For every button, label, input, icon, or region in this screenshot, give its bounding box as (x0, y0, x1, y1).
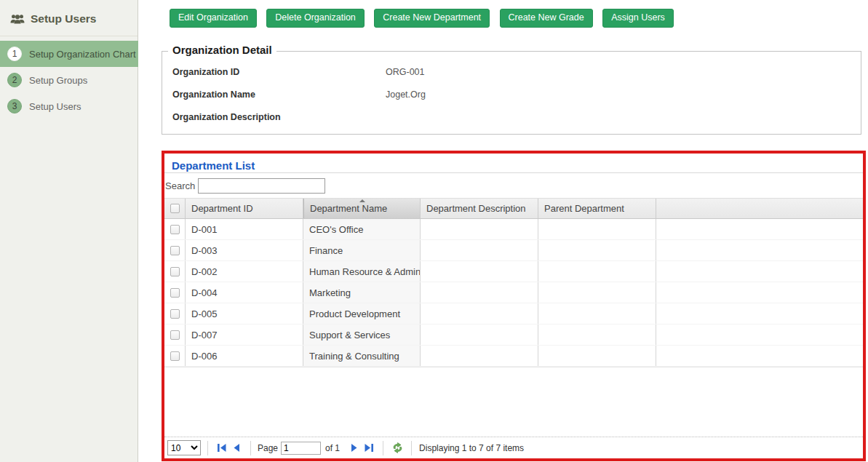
parent-department-cell (538, 219, 656, 239)
parent-department-cell (538, 303, 656, 324)
sidebar-item-label: Setup Groups (29, 75, 87, 86)
create-new-department-button[interactable]: Create New Department (374, 9, 490, 28)
toolbar: Edit Organization Delete Organization Cr… (170, 9, 680, 28)
page-of-label: of 1 (325, 443, 340, 453)
refresh-icon[interactable] (390, 441, 405, 455)
empty-cell (656, 240, 863, 260)
table-row[interactable]: D-005 Product Development (164, 303, 863, 324)
organization-description-row: Organization Description (162, 105, 861, 128)
table-row[interactable]: D-007 Support & Services (164, 324, 863, 346)
row-checkbox[interactable] (170, 351, 180, 361)
department-description-cell (421, 346, 538, 366)
department-name-cell: Training & Consulting (303, 346, 421, 366)
parent-department-cell (538, 240, 656, 260)
table-row[interactable]: D-001 CEO's Office (164, 219, 863, 240)
department-id-cell: D-006 (186, 346, 303, 366)
empty-cell (656, 219, 863, 239)
parent-department-cell (538, 261, 656, 282)
divider (411, 441, 412, 455)
sidebar-item-label: Setup Users (29, 101, 81, 112)
department-id-cell: D-004 (186, 282, 303, 303)
table-body: D-001 CEO's Office D-003 Finance D-002 H… (164, 219, 863, 367)
table-header-row: Department ID Department Name Department… (164, 198, 863, 219)
row-checkbox[interactable] (170, 225, 180, 234)
row-checkbox[interactable] (170, 288, 180, 298)
table-row[interactable]: D-002 Human Resource & Admin (164, 261, 863, 282)
divider (207, 441, 208, 455)
department-id-cell: D-002 (186, 261, 303, 282)
sidebar-item-setup-users[interactable]: 3 Setup Users (0, 93, 138, 119)
create-new-grade-button[interactable]: Create New Grade (500, 9, 593, 28)
assign-users-button[interactable]: Assign Users (602, 9, 674, 28)
last-page-icon[interactable] (362, 441, 376, 455)
column-header-department-name[interactable]: Department Name (303, 199, 421, 218)
sidebar-header: Setup Users (0, 0, 138, 36)
organization-id-row: Organization ID ORG-001 (162, 60, 861, 83)
table-row[interactable]: D-003 Finance (164, 240, 863, 261)
organization-description-label: Organization Description (172, 112, 386, 122)
department-id-cell: D-007 (186, 324, 303, 345)
column-header-empty (656, 199, 863, 218)
select-all-cell (164, 199, 186, 218)
organization-detail-panel: Organization Detail Organization ID ORG-… (162, 51, 861, 135)
organization-name-row: Organization Name Joget.Org (162, 83, 861, 105)
parent-department-cell (538, 324, 656, 345)
table-row[interactable]: D-006 Training & Consulting (164, 346, 863, 367)
row-checkbox[interactable] (170, 309, 180, 319)
department-name-cell: Product Development (303, 303, 421, 324)
department-name-cell: Marketing (303, 282, 421, 303)
organization-name-value: Joget.Org (386, 89, 426, 100)
department-description-cell (421, 282, 538, 303)
column-header-department-id[interactable]: Department ID (186, 199, 303, 218)
next-page-icon[interactable] (347, 441, 362, 455)
search-label: Search (165, 180, 195, 191)
organization-id-label: Organization ID (172, 67, 386, 77)
row-checkbox[interactable] (170, 246, 180, 255)
pagination-bar: 10 Page of 1 (164, 437, 863, 458)
step-number-badge: 2 (7, 73, 22, 87)
department-name-cell: CEO's Office (303, 219, 421, 239)
department-id-cell: D-005 (186, 303, 303, 324)
department-name-cell: Support & Services (303, 324, 421, 345)
sidebar-item-setup-groups[interactable]: 2 Setup Groups (0, 67, 138, 93)
first-page-icon[interactable] (215, 441, 229, 455)
users-group-icon (10, 13, 25, 25)
empty-cell (656, 282, 863, 303)
row-checkbox[interactable] (170, 330, 180, 340)
department-description-cell (421, 219, 538, 239)
edit-organization-button[interactable]: Edit Organization (170, 9, 257, 28)
divider (383, 441, 383, 455)
sidebar-item-label: Setup Organization Chart (29, 49, 136, 60)
department-name-cell: Human Resource & Admin (303, 261, 421, 282)
department-description-cell (421, 261, 538, 282)
empty-cell (656, 346, 863, 366)
step-number-badge: 3 (7, 99, 22, 113)
column-header-label: Department Name (310, 203, 387, 214)
page-size-select[interactable]: 10 (167, 440, 201, 455)
department-description-cell (421, 240, 538, 260)
sidebar-title: Setup Users (31, 12, 96, 25)
sort-asc-icon (359, 199, 365, 202)
select-all-checkbox[interactable] (170, 204, 180, 213)
sidebar: Setup Users 1 Setup Organization Chart 2… (0, 0, 138, 462)
search-row: Search (164, 173, 863, 198)
department-description-cell (421, 303, 538, 324)
page-number-input[interactable] (281, 442, 321, 455)
search-input[interactable] (198, 178, 325, 194)
organization-detail-legend: Organization Detail (168, 44, 276, 56)
prev-page-icon[interactable] (229, 441, 244, 455)
parent-department-cell (538, 346, 656, 366)
divider (250, 441, 251, 455)
pagination-status: Displaying 1 to 7 of 7 items (419, 443, 524, 453)
table-row[interactable]: D-004 Marketing (164, 282, 863, 303)
empty-cell (656, 261, 863, 282)
row-checkbox[interactable] (170, 267, 180, 276)
department-list-panel: Department List Search Department ID Dep… (162, 151, 866, 461)
parent-department-cell (538, 282, 656, 303)
column-header-department-description[interactable]: Department Description (421, 199, 538, 218)
sidebar-item-setup-organization-chart[interactable]: 1 Setup Organization Chart (0, 41, 138, 67)
delete-organization-button[interactable]: Delete Organization (266, 9, 364, 28)
department-name-cell: Finance (303, 240, 421, 260)
step-number-badge: 1 (7, 47, 22, 61)
column-header-parent-department[interactable]: Parent Department (538, 199, 656, 218)
